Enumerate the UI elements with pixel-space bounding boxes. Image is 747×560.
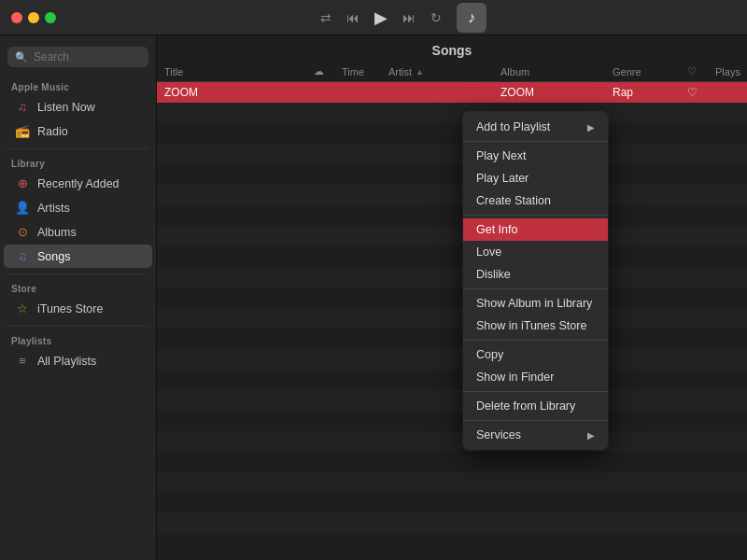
sidebar-item-albums[interactable]: ⊙ Albums [4,220,152,244]
menu-item-label: Get Info [476,223,517,236]
menu-item-show-in-itunes-store[interactable]: Show in iTunes Store [463,315,608,337]
table-row [157,205,747,226]
recently-added-icon: ⊕ [15,176,30,190]
music-icon: ♪ [457,3,486,33]
menu-item-services[interactable]: Services ▶ [463,424,608,446]
menu-item-love[interactable]: Love [463,241,608,263]
submenu-arrow-icon: ▶ [587,430,595,441]
section-title-apple-music: Apple Music [0,78,156,94]
sidebar-item-recently-added[interactable]: ⊕ Recently Added [4,172,152,195]
menu-item-label: Play Next [476,149,527,162]
sidebar-item-radio[interactable]: 📻 Radio [4,119,152,143]
sidebar-item-label: Songs [37,250,70,263]
cell-heart[interactable]: ♡ [687,86,715,99]
menu-item-label: Dislike [476,268,511,281]
menu-item-get-info[interactable]: Get Info [463,218,608,241]
sidebar-item-listen-now[interactable]: ♫ Listen Now [4,95,152,119]
cell-title: ZOOM [164,86,314,99]
section-title-store: Store [0,280,156,296]
menu-item-add-to-playlist[interactable]: Add to Playlist ▶ [463,116,608,138]
menu-item-copy[interactable]: Copy [463,343,608,366]
menu-item-label: Show in iTunes Store [476,319,586,332]
sort-arrow-icon: ▲ [416,67,424,77]
table-row [157,411,747,431]
table-row [157,493,747,513]
col-header-title[interactable]: Title [164,66,314,77]
menu-separator [463,340,608,341]
menu-separator [463,288,608,289]
table-row [157,144,747,164]
menu-separator [463,391,608,392]
next-button[interactable]: ⏭ [402,10,416,25]
table-header: Title ☁ Time Artist ▲ Album Genre ♡ Play… [157,62,747,82]
table-row [157,431,747,452]
search-input[interactable] [34,50,141,63]
sidebar-divider-3 [7,326,148,327]
col-header-genre[interactable]: Genre [613,66,687,77]
menu-separator [463,215,608,216]
menu-item-show-album-in-library[interactable]: Show Album in Library [463,292,608,315]
table-body: ZOOM ZOOM Rap ♡ [157,82,747,560]
menu-item-create-station[interactable]: Create Station [463,189,608,212]
menu-item-label: Show in Finder [476,371,554,384]
menu-item-delete-from-library[interactable]: Delete from Library [463,395,608,417]
traffic-lights [11,12,56,23]
menu-item-label: Services [476,428,521,441]
repeat-button[interactable]: ↻ [430,10,442,25]
search-bar[interactable]: 🔍 [7,47,148,67]
col-header-heart: ♡ [687,65,715,77]
col-header-cloud: ☁ [314,65,342,77]
sidebar-item-label: Listen Now [37,101,95,114]
cell-album: ZOOM [500,86,613,99]
albums-icon: ⊙ [15,225,30,239]
table-row[interactable]: ZOOM ZOOM Rap ♡ [157,82,747,103]
play-button[interactable]: ▶ [374,7,388,28]
menu-separator [463,141,608,142]
menu-item-play-later[interactable]: Play Later [463,167,608,189]
table-row [157,226,747,246]
menu-item-show-in-finder[interactable]: Show in Finder [463,366,608,388]
table-row [157,513,747,534]
songs-icon: ♫ [15,249,30,263]
sidebar-item-artists[interactable]: 👤 Artists [4,196,152,219]
section-title-library: Library [0,155,156,171]
context-menu: Add to Playlist ▶ Play Next Play Later C… [463,112,608,450]
shuffle-button[interactable]: ⇄ [320,10,331,25]
itunes-store-icon: ☆ [15,301,30,315]
table-row [157,185,747,205]
menu-item-label: Play Later [476,172,529,185]
menu-item-label: Show Album in Library [476,297,592,310]
sidebar-item-label: iTunes Store [37,302,103,315]
main-layout: 🔍 Apple Music ♫ Listen Now 📻 Radio Libra… [0,35,747,560]
menu-item-label: Copy [476,348,503,361]
col-header-album[interactable]: Album [500,66,613,77]
sidebar-item-itunes-store[interactable]: ☆ iTunes Store [4,297,152,320]
playback-controls: ⇄ ⏮ ▶ ⏭ ↻ ♪ [71,3,736,33]
prev-button[interactable]: ⏮ [346,10,359,25]
close-button[interactable] [11,12,22,23]
table-row [157,534,747,554]
all-playlists-icon: ≡ [15,354,30,368]
table-row [157,370,747,390]
col-header-plays[interactable]: Plays [715,66,747,77]
music-note-icon: ♪ [468,9,475,26]
sidebar-item-all-playlists[interactable]: ≡ All Playlists [4,349,152,372]
menu-item-label: Love [476,245,501,259]
artists-icon: 👤 [15,201,30,215]
menu-item-label: Delete from Library [476,399,575,413]
col-header-time[interactable]: Time [342,66,388,77]
col-header-artist[interactable]: Artist ▲ [388,66,500,77]
radio-icon: 📻 [15,124,30,138]
menu-item-dislike[interactable]: Dislike [463,263,608,286]
sidebar-item-label: Albums [37,226,77,239]
table-row [157,246,747,267]
table-row [157,329,747,349]
sidebar-item-songs[interactable]: ♫ Songs [4,245,152,268]
sidebar-divider-2 [7,273,148,274]
sidebar-item-label: Artists [37,202,70,215]
menu-item-label: Create Station [476,194,551,207]
maximize-button[interactable] [45,12,56,23]
minimize-button[interactable] [28,12,39,23]
table-row [157,390,747,411]
menu-item-play-next[interactable]: Play Next [463,145,608,167]
